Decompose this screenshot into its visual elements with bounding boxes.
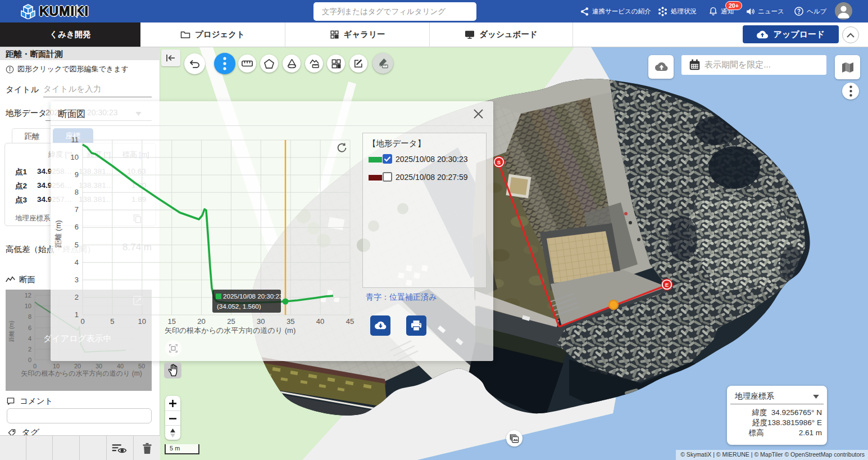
svg-text:10: 10: [138, 317, 146, 326]
svg-text:11: 11: [71, 136, 79, 144]
svg-text:7: 7: [75, 205, 79, 214]
svg-text:15: 15: [167, 317, 175, 326]
svg-text:10: 10: [71, 153, 79, 161]
svg-text:0: 0: [80, 317, 84, 326]
svg-text:6: 6: [75, 223, 79, 231]
svg-text:1: 1: [75, 310, 79, 319]
svg-text:3: 3: [75, 276, 79, 284]
svg-text:S: S: [497, 159, 501, 165]
svg-text:(34.052, 1.560): (34.052, 1.560): [217, 303, 261, 310]
svg-text:4: 4: [75, 258, 79, 267]
svg-text:矢印の根本からの水平方向の道のり (m): 矢印の根本からの水平方向の道のり (m): [165, 326, 296, 335]
svg-text:距離 (m): 距離 (m): [54, 220, 62, 247]
svg-text:2: 2: [75, 293, 79, 301]
svg-text:9: 9: [75, 170, 79, 179]
svg-text:5: 5: [75, 241, 79, 249]
svg-text:8: 8: [75, 188, 79, 196]
svg-text:E: E: [665, 282, 669, 288]
svg-text:5: 5: [110, 317, 114, 326]
svg-text:35: 35: [287, 317, 294, 326]
svg-text:30: 30: [257, 317, 265, 326]
svg-text:25: 25: [227, 317, 235, 326]
svg-text:40: 40: [316, 317, 324, 326]
svg-text:45: 45: [346, 317, 354, 326]
svg-text:2025/10/08 20:30:23: 2025/10/08 20:30:23: [223, 292, 283, 300]
svg-text:20: 20: [197, 317, 205, 326]
